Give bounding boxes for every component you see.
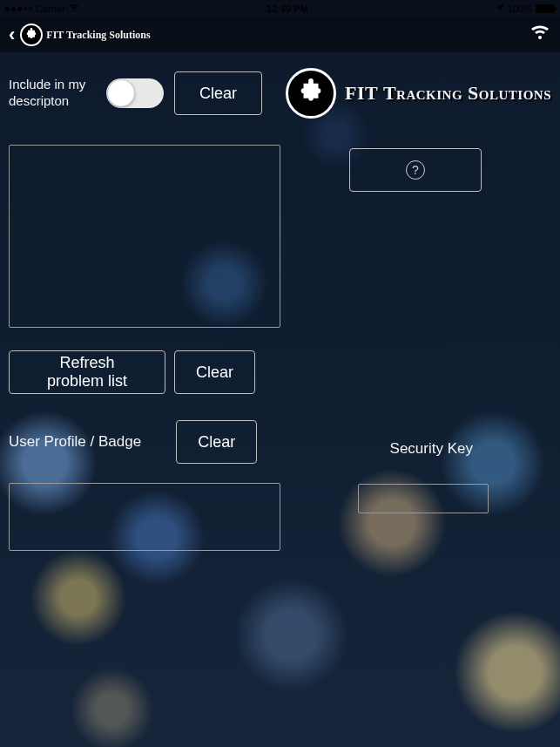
location-icon [496, 3, 504, 14]
status-right: 100% [496, 3, 555, 14]
brand-text-line2: Tracking Solutions [383, 82, 551, 104]
header-logo: FIT Tracking Solutions [20, 24, 150, 46]
status-left: Carrier [5, 3, 79, 14]
help-icon: ? [406, 160, 425, 180]
brand-block: FIT Tracking Solutions [286, 68, 551, 119]
app-header: ‹ FIT Tracking Solutions [0, 17, 560, 52]
clear-problem-list-button[interactable]: Clear [174, 350, 255, 394]
brand-text: FIT Tracking Solutions [345, 82, 551, 105]
security-key-input[interactable] [358, 484, 489, 513]
description-textarea[interactable] [9, 145, 280, 328]
puzzle-icon [20, 24, 43, 46]
ios-status-bar: Carrier 12:49 PM 100% [0, 0, 560, 17]
help-button[interactable]: ? [349, 148, 482, 192]
user-profile-label: User Profile / Badge [9, 433, 141, 451]
brand-text-line1: FIT [345, 82, 378, 104]
refresh-problem-list-button[interactable]: Refresh problem list [9, 350, 165, 394]
back-icon[interactable]: ‹ [9, 25, 15, 44]
security-key-label: Security Key [390, 440, 473, 458]
clear-profile-button[interactable]: Clear [176, 420, 257, 464]
content-area: Include in my descripton Clear FIT Track… [0, 52, 560, 747]
clear-description-button[interactable]: Clear [174, 71, 262, 115]
battery-icon [536, 4, 555, 13]
signal-dots-icon [5, 7, 32, 11]
status-time: 12:49 PM [267, 3, 308, 14]
toggle-knob [108, 80, 134, 106]
carrier-label: Carrier [36, 3, 65, 14]
brand-puzzle-icon [286, 68, 336, 119]
help-symbol: ? [412, 163, 419, 177]
include-description-label: Include in my descripton [9, 77, 96, 110]
header-brand-text: FIT Tracking Solutions [46, 29, 150, 42]
wifi-large-icon [529, 24, 551, 46]
wifi-icon [69, 3, 79, 14]
battery-pct: 100% [508, 3, 532, 14]
profile-badge-field[interactable] [9, 483, 280, 551]
include-description-toggle[interactable] [106, 78, 164, 108]
